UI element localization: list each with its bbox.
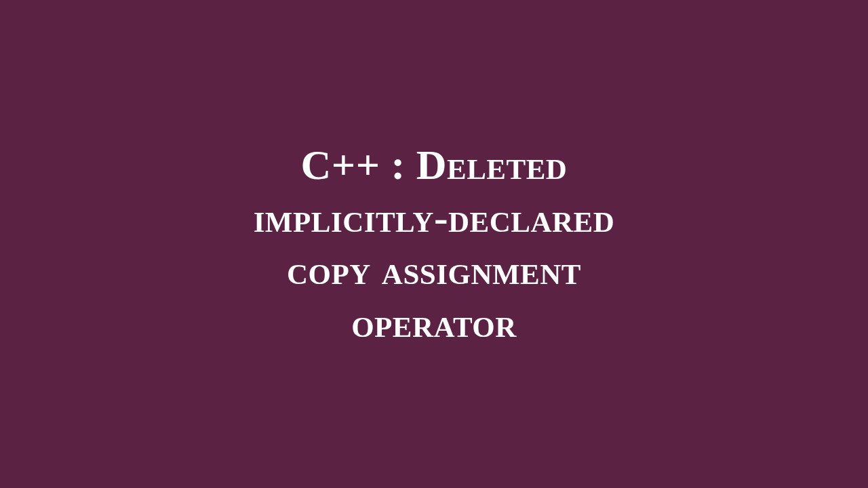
title-line-2: implicitly-declared (254, 192, 615, 245)
title-line-3: copy assignment (254, 244, 615, 297)
title-card: C++ : Deleted implicitly-declared copy a… (213, 139, 656, 349)
title-line-4: operator (254, 297, 615, 350)
title-line-1: C++ : Deleted (254, 139, 615, 192)
